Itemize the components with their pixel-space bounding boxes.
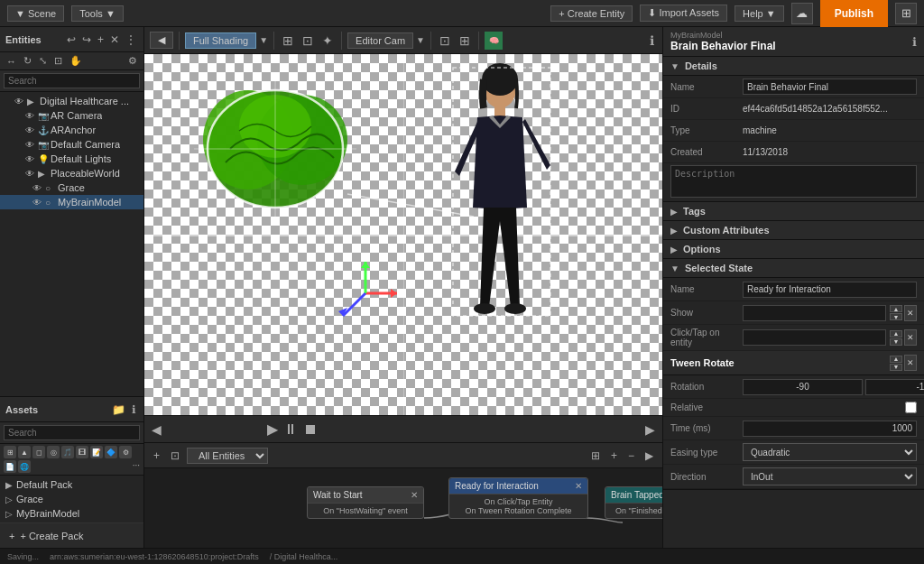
shading-dropdown-arrow[interactable]: ▼	[259, 35, 268, 45]
eye-icon-digital-healthcare[interactable]: 👁	[14, 97, 25, 106]
behavior-end-btn[interactable]: ▶	[642, 448, 657, 463]
eye-icon-default-lights[interactable]: 👁	[25, 154, 36, 164]
entity-item-digital-healthcare[interactable]: 👁 ▶ Digital Healthcare ...	[0, 94, 143, 108]
cam-dropdown-arrow[interactable]: ▼	[416, 35, 425, 45]
asset-type-6[interactable]: 📝	[90, 446, 103, 458]
state-click-tap-input[interactable]	[743, 329, 886, 346]
custom-attributes-section-header[interactable]: ▶ Custom Attributes	[663, 221, 924, 240]
camera-settings-btn[interactable]: ⚙	[125, 54, 140, 68]
state-show-down-btn[interactable]: ▼	[890, 313, 902, 320]
kebab-icon[interactable]: ⋮	[124, 32, 138, 47]
behavior-add-btn[interactable]: +	[150, 448, 163, 463]
entity-item-default-lights[interactable]: 👁 💡 Default Lights	[0, 152, 143, 166]
asset-type-3[interactable]: ◎	[47, 446, 60, 458]
scale-tool-btn[interactable]: ⤡	[36, 54, 50, 68]
selected-state-header[interactable]: ▼ Selected State	[663, 259, 924, 278]
state-show-input[interactable]	[743, 305, 886, 321]
assets-folder-icon[interactable]: 📁	[110, 402, 127, 417]
asset-type-1[interactable]: ▲	[18, 446, 31, 458]
anchor-toggle-btn[interactable]: ✦	[319, 32, 336, 50]
asset-dots[interactable]: ···	[133, 460, 140, 473]
eye-icon-ar-anchor[interactable]: 👁	[25, 125, 36, 135]
asset-type-10[interactable]: 🌐	[18, 460, 31, 473]
behavior-entity-dropdown[interactable]: All Entities	[187, 448, 268, 464]
entity-item-ar-camera[interactable]: 👁 📷 AR Camera	[0, 108, 143, 123]
state-name-input[interactable]	[743, 282, 917, 298]
asset-type-7[interactable]: 🔷	[105, 446, 117, 458]
tween-rotate-clear-btn[interactable]: ✕	[904, 355, 917, 371]
create-entity-button[interactable]: + Create Entity	[550, 5, 633, 22]
entity-item-mybrainmodel[interactable]: 👁 ○ MyBrainModel	[0, 195, 143, 209]
state-show-clear-btn[interactable]: ✕	[904, 305, 917, 321]
scene-play-btn[interactable]: ◀	[152, 422, 162, 437]
pause-button[interactable]: ⏸	[283, 421, 298, 438]
asset-type-8[interactable]: ⚙	[119, 446, 132, 458]
scene-menu-button[interactable]: ▼ Scene	[7, 5, 64, 22]
tools-menu-button[interactable]: Tools ▼	[71, 5, 124, 22]
snap-toggle-btn[interactable]: ⊡	[300, 32, 316, 50]
eye-icon-mybrainmodel[interactable]: 👁	[32, 198, 43, 208]
time-input[interactable]	[743, 421, 917, 437]
play-button[interactable]: ▶	[267, 421, 278, 438]
eye-icon-placeable-world[interactable]: 👁	[25, 169, 36, 179]
entity-search-input[interactable]	[4, 73, 140, 88]
entity-item-ar-anchor[interactable]: 👁 ⚓ ARAnchor	[0, 123, 143, 137]
state-click-down-btn[interactable]: ▼	[890, 338, 902, 346]
details-section-header[interactable]: ▼ Details	[663, 57, 924, 76]
grab-tool-btn[interactable]: ✋	[67, 54, 85, 68]
import-assets-button[interactable]: ⬇ Import Assets	[640, 5, 727, 22]
full-shading-button[interactable]: Full Shading	[185, 32, 256, 49]
behavior-fit-btn[interactable]: ⊞	[587, 448, 604, 463]
tween-rotate-up-btn[interactable]: ▲	[890, 356, 902, 363]
asset-type-2[interactable]: ◻	[32, 446, 45, 458]
brain-model-indicator[interactable]: 🧠	[485, 32, 503, 50]
entity-item-default-camera[interactable]: 👁 📷 Default Camera	[0, 137, 143, 152]
asset-type-4[interactable]: 🎵	[61, 446, 74, 458]
description-textarea[interactable]	[670, 165, 917, 198]
frame-tool-btn[interactable]: ⊡	[51, 54, 65, 68]
state-click-up-btn[interactable]: ▲	[890, 330, 902, 337]
asset-item-default-pack[interactable]: ▶ Default Pack	[0, 477, 143, 492]
behavior-copy-btn[interactable]: ⊡	[167, 448, 183, 463]
grid-icon-corner[interactable]: ⊞	[895, 3, 917, 24]
create-pack-button[interactable]: + + Create Pack	[0, 522, 143, 549]
tags-section-header[interactable]: ▶ Tags	[663, 202, 924, 221]
eye-icon-default-camera[interactable]: 👁	[25, 140, 36, 150]
name-input[interactable]	[743, 79, 917, 95]
behavior-zoom-in-btn[interactable]: +	[607, 448, 621, 463]
options-section-header[interactable]: ▶ Options	[663, 240, 924, 259]
rotation-x-input[interactable]	[743, 379, 863, 395]
rotation-y-input[interactable]	[865, 379, 924, 395]
node-close-ready-for-interaction[interactable]: ✕	[575, 481, 582, 491]
asset-type-all[interactable]: ⊞	[4, 446, 16, 458]
assets-search-input[interactable]	[4, 425, 140, 440]
direction-select[interactable]: InOut In Out	[743, 467, 917, 485]
asset-item-mybrainmodel[interactable]: ▷ MyBrainModel	[0, 506, 143, 521]
behavior-zoom-out-btn[interactable]: −	[624, 448, 638, 463]
undo-icon[interactable]: ↩	[65, 32, 78, 47]
entity-item-grace[interactable]: 👁 ○ Grace	[0, 180, 143, 195]
add-icon[interactable]: +	[96, 32, 106, 47]
vp-icon-a[interactable]: ⊡	[437, 32, 453, 50]
vp-icon-b[interactable]: ⊞	[457, 32, 473, 50]
editor-cam-button[interactable]: Editor Cam	[347, 32, 413, 49]
back-button[interactable]: ◀	[150, 32, 173, 49]
info-btn[interactable]: ℹ	[647, 32, 657, 50]
cloud-icon[interactable]: ☁	[791, 3, 813, 24]
tween-rotate-down-btn[interactable]: ▼	[890, 364, 902, 371]
publish-button[interactable]: Publish	[820, 0, 888, 27]
redo-icon[interactable]: ↪	[80, 32, 93, 47]
end-btn[interactable]: ▶	[645, 422, 655, 437]
asset-type-5[interactable]: 🎞	[76, 446, 88, 458]
rotate-tool-btn[interactable]: ↻	[21, 54, 34, 68]
stop-button[interactable]: ⏹	[303, 421, 318, 438]
help-menu-button[interactable]: Help ▼	[735, 5, 784, 22]
entity-item-placeable-world[interactable]: 👁 ▶ PlaceableWorld	[0, 166, 143, 180]
state-show-up-btn[interactable]: ▲	[890, 305, 902, 312]
right-panel-info-icon[interactable]: ℹ	[912, 35, 917, 49]
asset-type-9[interactable]: 📄	[4, 460, 16, 473]
grid-toggle-btn[interactable]: ⊞	[280, 32, 296, 50]
assets-info-icon[interactable]: ℹ	[130, 402, 138, 417]
viewport[interactable]	[144, 54, 662, 415]
delete-icon[interactable]: ✕	[108, 32, 121, 47]
